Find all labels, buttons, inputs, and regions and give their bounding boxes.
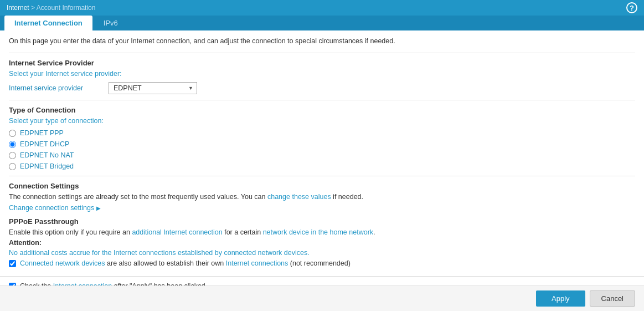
radio-ppp[interactable]: EDPNET PPP bbox=[9, 129, 635, 137]
change-link-arrow-icon: ▶ bbox=[96, 205, 101, 211]
footer: Apply Cancel bbox=[0, 285, 644, 311]
divider-1 bbox=[9, 53, 635, 53]
isp-select-wrapper: EDPNET bbox=[109, 82, 197, 94]
pppoe-checkbox-label[interactable]: Connected network devices are also allow… bbox=[9, 259, 635, 267]
radio-no-nat[interactable]: EDPNET No NAT bbox=[9, 151, 635, 159]
radio-ppp-input[interactable] bbox=[9, 130, 16, 137]
pppoe-checkbox-text: Connected network devices are also allow… bbox=[20, 259, 351, 267]
main-content: On this page you enter the data of your … bbox=[0, 30, 644, 276]
isp-section-title: Internet Service Provider bbox=[9, 59, 635, 67]
connection-settings-description: The connection settings are already set … bbox=[9, 193, 635, 201]
radio-bridged-label: EDPNET Bridged bbox=[20, 162, 74, 170]
help-icon[interactable]: ? bbox=[626, 2, 637, 13]
isp-section: Internet Service Provider Select your In… bbox=[9, 59, 635, 94]
breadcrumb-internet[interactable]: Internet bbox=[7, 4, 29, 12]
radio-bridged-input[interactable] bbox=[9, 163, 16, 170]
internet-connections-link-2[interactable]: Internet connections bbox=[226, 259, 288, 267]
tab-internet-connection[interactable]: Internet Connection bbox=[4, 16, 92, 30]
breadcrumb-separator: > bbox=[31, 4, 37, 12]
change-link-text: Change connection settings bbox=[9, 204, 94, 212]
network-device-link[interactable]: network device in the home network bbox=[263, 228, 373, 236]
isp-row: Internet service provider EDPNET bbox=[9, 82, 635, 94]
radio-no-nat-input[interactable] bbox=[9, 152, 16, 159]
connected-network-devices-link[interactable]: connected network devices bbox=[224, 249, 307, 257]
pppoe-enable-text: Enable this option only if you require a… bbox=[9, 228, 635, 236]
isp-select[interactable]: EDPNET bbox=[109, 82, 197, 94]
connection-type-radio-group: EDPNET PPP EDPNET DHCP EDPNET No NAT EDP… bbox=[9, 129, 635, 170]
divider-2 bbox=[9, 100, 635, 100]
pppoe-checkbox[interactable] bbox=[9, 260, 16, 267]
radio-ppp-label: EDPNET PPP bbox=[20, 129, 64, 137]
header: Internet > Account Information ? bbox=[0, 0, 644, 16]
isp-section-subtitle: Select your Internet service provider: bbox=[9, 70, 635, 78]
change-values-link-text: change these values bbox=[267, 193, 331, 201]
radio-dhcp[interactable]: EDPNET DHCP bbox=[9, 140, 635, 148]
radio-dhcp-label: EDPNET DHCP bbox=[20, 140, 69, 148]
connection-settings-section: Connection Settings The connection setti… bbox=[9, 182, 635, 267]
cancel-button[interactable]: Cancel bbox=[590, 290, 635, 307]
radio-dhcp-input[interactable] bbox=[9, 141, 16, 148]
pppoe-title: PPPoE Passthrough bbox=[9, 217, 635, 226]
attention-text: No additional costs accrue for the Inter… bbox=[9, 249, 635, 257]
internet-connections-link[interactable]: Internet connections bbox=[114, 249, 176, 257]
attention-label: Attention: bbox=[9, 239, 635, 247]
breadcrumb: Internet > Account Information bbox=[7, 4, 95, 12]
radio-bridged[interactable]: EDPNET Bridged bbox=[9, 162, 635, 170]
divider-3 bbox=[9, 176, 635, 176]
connection-settings-title: Connection Settings bbox=[9, 182, 635, 190]
connection-type-section: Type of Connection Select your type of c… bbox=[9, 106, 635, 170]
additional-internet-connection-link[interactable]: additional Internet connection bbox=[132, 228, 222, 236]
breadcrumb-account-info: Account Information bbox=[37, 4, 96, 12]
connected-devices-link-2[interactable]: Connected network devices bbox=[20, 259, 105, 267]
isp-label: Internet service provider bbox=[9, 84, 97, 92]
connection-type-subtitle: Select your type of connection: bbox=[9, 117, 635, 125]
tabs-bar: Internet Connection IPv6 bbox=[0, 16, 644, 30]
radio-no-nat-label: EDPNET No NAT bbox=[20, 151, 74, 159]
change-connection-settings-link[interactable]: Change connection settings ▶ bbox=[9, 204, 101, 212]
tab-ipv6[interactable]: IPv6 bbox=[94, 16, 128, 30]
connection-type-title: Type of Connection bbox=[9, 106, 635, 114]
apply-button[interactable]: Apply bbox=[536, 290, 585, 307]
intro-text: On this page you enter the data of your … bbox=[9, 37, 635, 45]
